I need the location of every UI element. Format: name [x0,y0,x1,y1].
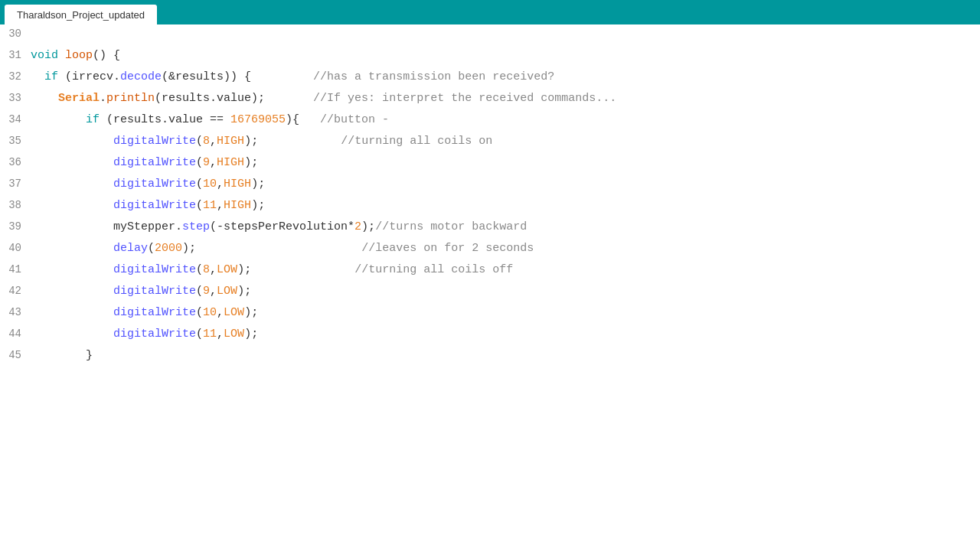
line-content: if (results.value == 16769055){ //button… [31,110,980,130]
line-number: 38 [0,196,31,215]
code-line-32: 32 if (irrecv.decode(&results)) { //has … [0,67,980,89]
code-line-41: 41 digitalWrite(8,LOW); //turning all co… [0,260,980,282]
line-number: 34 [0,110,31,129]
line-content: Serial.println(results.value); //If yes:… [31,89,980,109]
line-content: digitalWrite(9,HIGH); [31,153,980,173]
line-number: 30 [0,24,31,44]
code-line-38: 38 digitalWrite(11,HIGH); [0,196,980,217]
code-line-31: 31 void loop() { [0,46,980,67]
line-number: 33 [0,89,31,108]
code-line-33: 33 Serial.println(results.value); //If y… [0,89,980,110]
line-content: delay(2000); //leaves on for 2 seconds [31,239,980,259]
code-line-35: 35 digitalWrite(8,HIGH); //turning all c… [0,132,980,153]
line-content: digitalWrite(10,HIGH); [31,174,980,194]
line-content: digitalWrite(11,LOW); [31,324,980,344]
line-content: myStepper.step(-stepsPerRevolution*2);//… [31,217,980,237]
line-content: digitalWrite(9,LOW); [31,282,980,302]
line-number: 36 [0,153,31,172]
line-content: digitalWrite(8,HIGH); //turning all coil… [31,132,980,152]
line-number: 31 [0,46,31,65]
code-line-40: 40 delay(2000); //leaves on for 2 second… [0,239,980,260]
code-line-37: 37 digitalWrite(10,HIGH); [0,174,980,196]
line-number: 40 [0,239,31,258]
code-line-36: 36 digitalWrite(9,HIGH); [0,153,980,174]
line-number: 45 [0,346,31,365]
line-number: 35 [0,132,31,151]
code-line-44: 44 digitalWrite(11,LOW); [0,324,980,346]
code-line-30: 30 [0,24,980,46]
line-content: digitalWrite(11,HIGH); [31,196,980,216]
code-editor: 30 31 void loop() { 32 if (irrecv.decode… [0,24,980,367]
line-number: 32 [0,67,31,86]
line-number: 43 [0,303,31,322]
line-number: 44 [0,324,31,344]
tab-bar: Tharaldson_Project_updated [0,0,980,24]
line-number: 39 [0,217,31,236]
file-tab[interactable]: Tharaldson_Project_updated [5,5,157,24]
line-number: 37 [0,174,31,194]
code-line-34: 34 if (results.value == 16769055){ //but… [0,110,980,132]
line-content: if (irrecv.decode(&results)) { //has a t… [31,67,980,87]
line-content: void loop() { [31,46,980,66]
line-number: 41 [0,260,31,279]
line-content: } [31,346,980,366]
code-line-39: 39 myStepper.step(-stepsPerRevolution*2)… [0,217,980,239]
code-line-45: 45 } [0,346,980,367]
tab-label: Tharaldson_Project_updated [17,9,145,21]
code-line-42: 42 digitalWrite(9,LOW); [0,282,980,303]
line-content: digitalWrite(8,LOW); //turning all coils… [31,260,980,280]
code-line-43: 43 digitalWrite(10,LOW); [0,303,980,324]
line-content: digitalWrite(10,LOW); [31,303,980,323]
line-number: 42 [0,282,31,301]
